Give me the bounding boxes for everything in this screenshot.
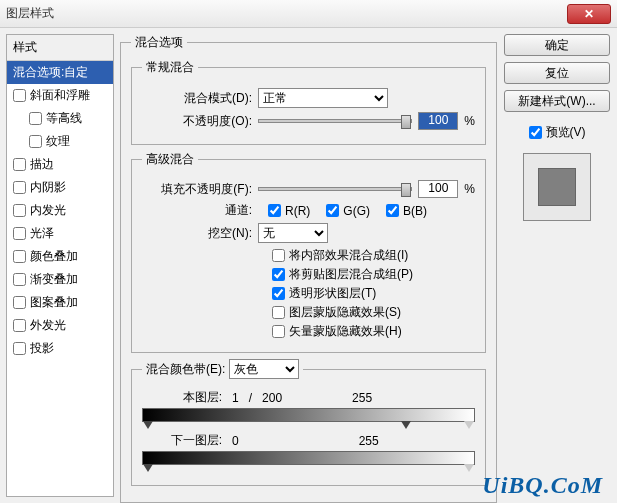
close-button[interactable]: ✕ <box>567 4 611 24</box>
style-checkbox-2[interactable] <box>29 112 42 125</box>
underlying-layer-gradient[interactable] <box>142 451 475 465</box>
styles-list: 样式 混合选项:自定斜面和浮雕等高线纹理描边内阴影内发光光泽颜色叠加渐变叠加图案… <box>6 34 114 497</box>
channel-b-checkbox[interactable] <box>386 204 399 217</box>
style-item-8[interactable]: 颜色叠加 <box>7 245 113 268</box>
ok-button[interactable]: 确定 <box>504 34 610 56</box>
opacity-label: 不透明度(O): <box>142 113 252 130</box>
layer-mask-hides-label: 图层蒙版隐藏效果(S) <box>289 304 401 321</box>
style-label-1: 斜面和浮雕 <box>30 87 90 104</box>
style-checkbox-11[interactable] <box>13 319 26 332</box>
style-item-9[interactable]: 渐变叠加 <box>7 268 113 291</box>
general-blending-legend: 常规混合 <box>142 59 198 76</box>
knockout-select[interactable]: 无 <box>258 223 328 243</box>
preview-swatch <box>523 153 591 221</box>
channel-r[interactable]: R(R) <box>268 204 310 218</box>
style-item-1[interactable]: 斜面和浮雕 <box>7 84 113 107</box>
opacity-value[interactable]: 100 <box>418 112 458 130</box>
preview-toggle[interactable]: 预览(V) <box>529 124 586 141</box>
this-layer-black2: 200 <box>262 391 282 405</box>
style-checkbox-6[interactable] <box>13 204 26 217</box>
style-label-2: 等高线 <box>46 110 82 127</box>
style-checkbox-9[interactable] <box>13 273 26 286</box>
fill-opacity-value[interactable]: 100 <box>418 180 458 198</box>
transparency-shapes-checkbox[interactable] <box>272 287 285 300</box>
channel-g-checkbox[interactable] <box>326 204 339 217</box>
style-checkbox-8[interactable] <box>13 250 26 263</box>
style-item-6[interactable]: 内发光 <box>7 199 113 222</box>
channel-b[interactable]: B(B) <box>386 204 427 218</box>
cancel-button[interactable]: 复位 <box>504 62 610 84</box>
advanced-blending-group: 高级混合 填充不透明度(F): 100 % 通道: R(R) G(G) B(B)… <box>131 151 486 353</box>
blend-mode-select[interactable]: 正常 <box>258 88 388 108</box>
general-blending-group: 常规混合 混合模式(D): 正常 不透明度(O): 100 % <box>131 59 486 145</box>
fill-opacity-slider[interactable] <box>258 187 412 191</box>
this-layer-black: 1 <box>232 391 239 405</box>
blending-options-legend: 混合选项 <box>131 34 187 51</box>
style-item-11[interactable]: 外发光 <box>7 314 113 337</box>
style-checkbox-3[interactable] <box>29 135 42 148</box>
advanced-blending-legend: 高级混合 <box>142 151 198 168</box>
blend-if-group: 混合颜色带(E): 灰色 本图层: 1 / 200 255 下一图层: <box>131 359 486 486</box>
layer-mask-hides-checkbox[interactable] <box>272 306 285 319</box>
blend-clipped-checkbox[interactable] <box>272 268 285 281</box>
knockout-label: 挖空(N): <box>142 225 252 242</box>
blend-clipped-label: 将剪贴图层混合成组(P) <box>289 266 413 283</box>
style-label-12: 投影 <box>30 340 54 357</box>
style-checkbox-4[interactable] <box>13 158 26 171</box>
style-item-7[interactable]: 光泽 <box>7 222 113 245</box>
style-item-10[interactable]: 图案叠加 <box>7 291 113 314</box>
style-label-5: 内阴影 <box>30 179 66 196</box>
blend-interior-checkbox[interactable] <box>272 249 285 262</box>
blend-if-select[interactable]: 灰色 <box>229 359 299 379</box>
fill-opacity-label: 填充不透明度(F): <box>142 181 252 198</box>
blend-if-legend: 混合颜色带(E): 灰色 <box>142 359 303 379</box>
this-layer-gradient[interactable] <box>142 408 475 422</box>
underlying-layer-label: 下一图层: <box>142 432 222 449</box>
new-style-button[interactable]: 新建样式(W)... <box>504 90 610 112</box>
transparency-shapes-label: 透明形状图层(T) <box>289 285 376 302</box>
style-checkbox-7[interactable] <box>13 227 26 240</box>
vector-mask-hides-checkbox[interactable] <box>272 325 285 338</box>
channels-label: 通道: <box>142 202 252 219</box>
style-label-10: 图案叠加 <box>30 294 78 311</box>
style-item-4[interactable]: 描边 <box>7 153 113 176</box>
main-panel: 混合选项 常规混合 混合模式(D): 正常 不透明度(O): 100 % 高级混… <box>120 34 497 497</box>
under-layer-black: 0 <box>232 434 239 448</box>
this-layer-white: 255 <box>352 391 372 405</box>
style-checkbox-10[interactable] <box>13 296 26 309</box>
style-label-8: 颜色叠加 <box>30 248 78 265</box>
channel-r-checkbox[interactable] <box>268 204 281 217</box>
style-label-0: 混合选项:自定 <box>13 64 88 81</box>
watermark: UiBQ.CoM <box>482 472 603 499</box>
style-label-9: 渐变叠加 <box>30 271 78 288</box>
style-checkbox-5[interactable] <box>13 181 26 194</box>
style-label-3: 纹理 <box>46 133 70 150</box>
styles-header: 样式 <box>7 35 113 61</box>
opacity-slider[interactable] <box>258 119 412 123</box>
channel-g[interactable]: G(G) <box>326 204 370 218</box>
style-label-4: 描边 <box>30 156 54 173</box>
this-layer-label: 本图层: <box>142 389 222 406</box>
style-label-11: 外发光 <box>30 317 66 334</box>
style-label-7: 光泽 <box>30 225 54 242</box>
opacity-unit: % <box>464 114 475 128</box>
preview-checkbox[interactable] <box>529 126 542 139</box>
style-item-2[interactable]: 等高线 <box>7 107 113 130</box>
style-checkbox-1[interactable] <box>13 89 26 102</box>
style-item-3[interactable]: 纹理 <box>7 130 113 153</box>
fill-opacity-unit: % <box>464 182 475 196</box>
right-column: 确定 复位 新建样式(W)... 预览(V) <box>503 34 611 497</box>
under-layer-white: 255 <box>359 434 379 448</box>
blend-mode-label: 混合模式(D): <box>142 90 252 107</box>
style-item-12[interactable]: 投影 <box>7 337 113 360</box>
blending-options-group: 混合选项 常规混合 混合模式(D): 正常 不透明度(O): 100 % 高级混… <box>120 34 497 503</box>
style-item-5[interactable]: 内阴影 <box>7 176 113 199</box>
style-item-0[interactable]: 混合选项:自定 <box>7 61 113 84</box>
titlebar: 图层样式 ✕ <box>0 0 617 28</box>
style-label-6: 内发光 <box>30 202 66 219</box>
window-title: 图层样式 <box>6 5 54 22</box>
style-checkbox-12[interactable] <box>13 342 26 355</box>
vector-mask-hides-label: 矢量蒙版隐藏效果(H) <box>289 323 402 340</box>
blend-interior-label: 将内部效果混合成组(I) <box>289 247 408 264</box>
